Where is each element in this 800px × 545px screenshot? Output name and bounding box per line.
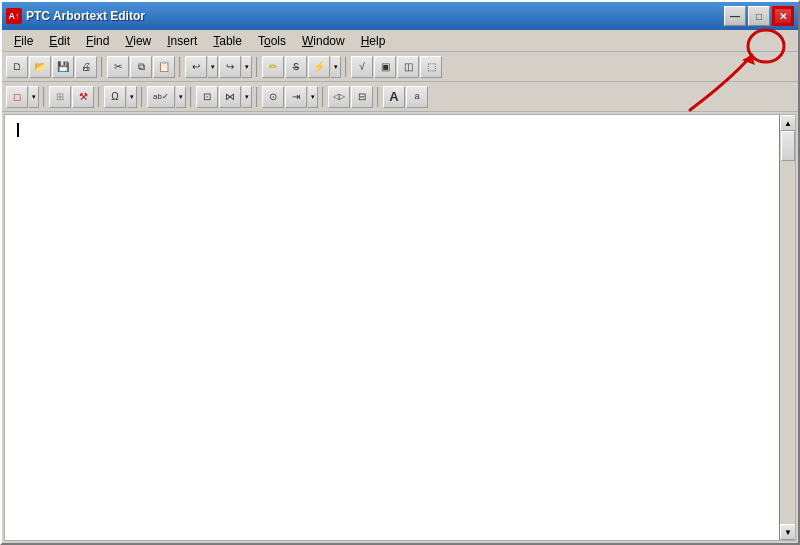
symbol-button[interactable]: Ω — [104, 86, 126, 108]
font-smaller-button[interactable]: a — [406, 86, 428, 108]
menu-insert[interactable]: Insert — [159, 32, 205, 50]
menu-find[interactable]: Find — [78, 32, 117, 50]
xref-button[interactable]: ⊡ — [196, 86, 218, 108]
toolbar-indent-group: ⊙ ⇥ ▾ — [262, 86, 318, 108]
toolbar-1: 🗋 📂 💾 🖨 ✂ ⧉ 📋 ↩ ▾ ↪ ▾ ✏ S̶ ⚡ ▾ √ ▣ — [2, 52, 798, 82]
separator-8 — [190, 87, 192, 107]
toolbar-ref-group: ⊡ ⋈ ▾ — [196, 86, 252, 108]
text-cursor — [17, 123, 19, 137]
new-button[interactable]: 🗋 — [6, 56, 28, 78]
maximize-button[interactable]: □ — [748, 6, 770, 26]
marker-button[interactable]: ⋈ — [219, 86, 241, 108]
toolbar-2: ◻ ▾ ⊞ ⚒ Ω ▾ ab✓ ▾ ⊡ ⋈ ▾ ⊙ ⇥ ▾ — [2, 82, 798, 112]
indent-dropdown[interactable]: ▾ — [308, 86, 318, 108]
menu-bar: File Edit Find View Insert Table Tools W… — [2, 30, 798, 52]
cut-button[interactable]: ✂ — [107, 56, 129, 78]
toolbar-math-group: √ ▣ ◫ ⬚ — [351, 56, 442, 78]
toolbar-edit-group: ✏ S̶ ⚡ ▾ — [262, 56, 341, 78]
font-larger-button[interactable]: A — [383, 86, 405, 108]
toolbar-symbol-group: Ω ▾ — [104, 86, 137, 108]
copy-button[interactable]: ⧉ — [130, 56, 152, 78]
scroll-down-arrow[interactable]: ▼ — [780, 524, 796, 540]
collapse-button[interactable]: ⊟ — [351, 86, 373, 108]
menu-file[interactable]: File — [6, 32, 41, 50]
frame2-button[interactable]: ◫ — [397, 56, 419, 78]
menu-tools[interactable]: Tools — [250, 32, 294, 50]
toolbar-file-group: 🗋 📂 💾 🖨 — [6, 56, 97, 78]
spell-dropdown[interactable]: ▾ — [176, 86, 186, 108]
toolbar-font-group: A a — [383, 86, 428, 108]
separator-2 — [179, 57, 181, 77]
redo-dropdown[interactable]: ▾ — [242, 56, 252, 78]
math-button[interactable]: √ — [351, 56, 373, 78]
separator-5 — [43, 87, 45, 107]
target-button[interactable]: ⊙ — [262, 86, 284, 108]
markups-button[interactable]: ⚒ — [72, 86, 94, 108]
track-dropdown[interactable]: ▾ — [331, 56, 341, 78]
strikethrough-button[interactable]: S̶ — [285, 56, 307, 78]
scroll-track[interactable] — [780, 131, 795, 524]
frame1-button[interactable]: ▣ — [374, 56, 396, 78]
window-title: PTC Arbortext Editor — [26, 9, 720, 23]
indent-button[interactable]: ⇥ — [285, 86, 307, 108]
undo-dropdown[interactable]: ▾ — [208, 56, 218, 78]
scroll-thumb[interactable] — [781, 131, 795, 161]
separator-6 — [98, 87, 100, 107]
toolbar-clipboard-group: ✂ ⧉ 📋 — [107, 56, 175, 78]
symbol-dropdown[interactable]: ▾ — [127, 86, 137, 108]
title-bar: A↑ PTC Arbortext Editor — □ ✕ — [2, 2, 798, 30]
marker-dropdown[interactable]: ▾ — [242, 86, 252, 108]
menu-window[interactable]: Window — [294, 32, 353, 50]
scroll-up-arrow[interactable]: ▲ — [780, 115, 796, 131]
undo-button[interactable]: ↩ — [185, 56, 207, 78]
separator-11 — [377, 87, 379, 107]
frame3-button[interactable]: ⬚ — [420, 56, 442, 78]
redo-button[interactable]: ↪ — [219, 56, 241, 78]
main-window: A↑ PTC Arbortext Editor — □ ✕ File Edit … — [0, 0, 800, 545]
track-button[interactable]: ⚡ — [308, 56, 330, 78]
menu-view[interactable]: View — [117, 32, 159, 50]
highlight-button[interactable]: ✏ — [262, 56, 284, 78]
open-button[interactable]: 📂 — [29, 56, 51, 78]
toolbar-view-group: ◁▷ ⊟ — [328, 86, 373, 108]
menu-help[interactable]: Help — [353, 32, 394, 50]
tag-button[interactable]: ⊞ — [49, 86, 71, 108]
spell-button[interactable]: ab✓ — [147, 86, 175, 108]
print-button[interactable]: 🖨 — [75, 56, 97, 78]
toolbar-element-group: ◻ ▾ — [6, 86, 39, 108]
menu-edit[interactable]: Edit — [41, 32, 78, 50]
minimize-button[interactable]: — — [724, 6, 746, 26]
menu-table[interactable]: Table — [205, 32, 250, 50]
window-controls: — □ ✕ — [724, 6, 794, 26]
close-button[interactable]: ✕ — [772, 6, 794, 26]
vertical-scrollbar: ▲ ▼ — [779, 115, 795, 540]
separator-4 — [345, 57, 347, 77]
separator-10 — [322, 87, 324, 107]
element-dropdown[interactable]: ▾ — [29, 86, 39, 108]
separator-7 — [141, 87, 143, 107]
separator-9 — [256, 87, 258, 107]
toolbar-undo-group: ↩ ▾ ↪ ▾ — [185, 56, 252, 78]
editor-area[interactable] — [5, 115, 779, 540]
separator-3 — [256, 57, 258, 77]
app-icon: A↑ — [6, 8, 22, 24]
content-area: ▲ ▼ — [4, 114, 796, 541]
toolbar-spell-group: ab✓ ▾ — [147, 86, 186, 108]
separator-1 — [101, 57, 103, 77]
paste-button[interactable]: 📋 — [153, 56, 175, 78]
show-tags-button[interactable]: ◁▷ — [328, 86, 350, 108]
toolbar-tag-group: ⊞ ⚒ — [49, 86, 94, 108]
save-button[interactable]: 💾 — [52, 56, 74, 78]
element-button[interactable]: ◻ — [6, 86, 28, 108]
